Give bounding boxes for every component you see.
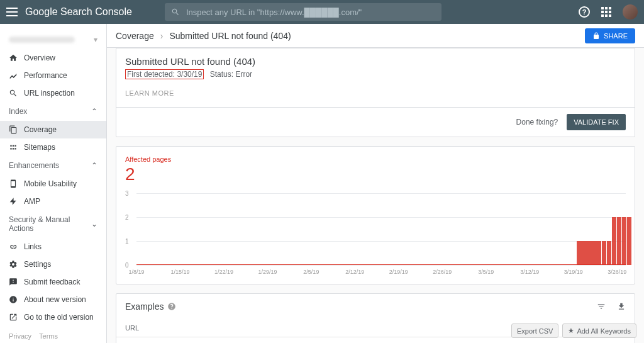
status-card: Submitted URL not found (404) First dete… [116, 48, 635, 137]
privacy-link[interactable]: Privacy [9, 332, 31, 340]
chevron-up-icon: ⌃ [91, 161, 97, 170]
sidebar-item-amp[interactable]: AMP [0, 193, 106, 210]
first-detected: First detected: 3/30/19 [125, 69, 204, 79]
chart-bar[interactable] [617, 217, 621, 265]
terms-link[interactable]: Terms [39, 332, 58, 340]
sidebar-section-security[interactable]: Security & Manual Actions⌄ [0, 210, 106, 238]
add-keywords-button[interactable]: ★ Add All Keywords [562, 323, 636, 338]
chart-icon [9, 71, 18, 80]
download-icon[interactable] [617, 302, 626, 311]
share-button[interactable]: SHARE [585, 28, 635, 43]
col-url: URL [125, 324, 139, 332]
sitemap-icon [9, 143, 18, 152]
main-content: Coverage › Submitted URL not found (404)… [107, 24, 644, 343]
sidebar-item-sitemaps[interactable]: Sitemaps [0, 138, 106, 156]
chevron-up-icon: ⌃ [91, 107, 97, 116]
table-row[interactable]: https://www.Mar 25, 2019 [116, 337, 635, 343]
sidebar-item-about[interactable]: About new version [0, 291, 106, 308]
help-icon[interactable]: ? [579, 6, 590, 18]
search-input[interactable]: Inspect any URL in "https://www.██████.c… [165, 3, 441, 21]
chart-bar[interactable] [592, 241, 596, 265]
sidebar-item-url-inspection[interactable]: URL inspection [0, 84, 106, 102]
gear-icon [9, 260, 18, 269]
affected-label: Affected pages [125, 155, 626, 163]
bar-chart: 01231/8/191/15/191/22/191/29/192/5/192/1… [125, 193, 626, 275]
sidebar-item-performance[interactable]: Performance [0, 67, 106, 84]
chart-bar[interactable] [607, 241, 611, 265]
chart-bar[interactable] [627, 217, 631, 265]
property-selector[interactable]: ▾ [0, 30, 106, 49]
export-csv-button[interactable]: Export CSV [511, 323, 558, 338]
app-header: Google Search Console Inspect any URL in… [0, 0, 644, 24]
links-icon [9, 242, 18, 251]
sidebar-section-index[interactable]: Index⌃ [0, 102, 106, 121]
chart-card: Affected pages 2 01231/8/191/15/191/22/1… [116, 146, 635, 284]
chart-bar[interactable] [587, 241, 591, 265]
status-value: Status: Error [210, 70, 252, 79]
validate-fix-button[interactable]: VALIDATE FIX [567, 114, 626, 130]
chevron-down-icon: ⌄ [91, 220, 97, 228]
sidebar-section-enhancements[interactable]: Enhancements⌃ [0, 156, 106, 175]
logo: Google Search Console [25, 6, 132, 18]
feedback-icon [9, 278, 18, 286]
external-icon [9, 313, 18, 322]
sidebar-item-links[interactable]: Links [0, 238, 106, 256]
sidebar-item-overview[interactable]: Overview [0, 49, 106, 67]
apps-icon[interactable] [601, 7, 611, 17]
menu-icon[interactable] [6, 8, 18, 16]
chart-bar[interactable] [612, 217, 616, 265]
search-placeholder: Inspect any URL in "https://www.██████.c… [186, 8, 362, 17]
mobile-icon [9, 179, 18, 188]
avatar[interactable] [623, 4, 638, 20]
examples-title: Examples [125, 301, 164, 312]
info-icon [9, 295, 18, 304]
sidebar-item-old-version[interactable]: Go to the old version [0, 308, 106, 326]
filter-icon[interactable] [597, 302, 606, 311]
breadcrumb-bar: Coverage › Submitted URL not found (404)… [107, 24, 644, 48]
chart-bar[interactable] [582, 241, 586, 265]
search-icon [171, 8, 180, 16]
sidebar-item-settings[interactable]: Settings [0, 256, 106, 273]
pages-icon [9, 125, 18, 134]
search-icon [9, 89, 18, 98]
done-fixing-label: Done fixing? [516, 118, 558, 127]
sidebar-item-coverage[interactable]: Coverage [0, 121, 106, 138]
breadcrumb-current: Submitted URL not found (404) [169, 31, 291, 41]
footer-links: PrivacyTerms [0, 326, 106, 343]
home-icon [9, 53, 18, 62]
help-circle-icon[interactable] [167, 302, 176, 311]
chart-bar[interactable] [602, 241, 606, 265]
sidebar-item-feedback[interactable]: Submit feedback [0, 273, 106, 291]
chevron-right-icon: › [160, 31, 164, 41]
breadcrumb-parent[interactable]: Coverage [116, 31, 154, 41]
chart-bar[interactable] [597, 241, 601, 265]
status-title: Submitted URL not found (404) [125, 56, 626, 67]
sidebar-item-mobile[interactable]: Mobile Usability [0, 175, 106, 193]
chart-bar[interactable] [577, 241, 581, 265]
sidebar: ▾ Overview Performance URL inspection In… [0, 24, 107, 343]
amp-icon [9, 197, 18, 206]
chart-bar[interactable] [622, 217, 626, 265]
affected-count: 2 [125, 164, 626, 184]
learn-more-link[interactable]: LEARN MORE [116, 84, 635, 107]
